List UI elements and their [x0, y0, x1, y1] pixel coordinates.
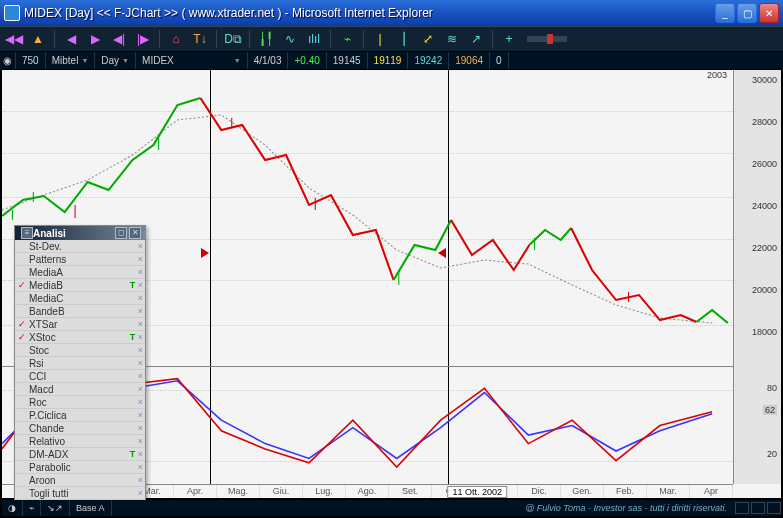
status-icon2[interactable]: ⌁ — [23, 500, 41, 516]
analisi-item[interactable]: Chande × — [15, 422, 145, 435]
month-label: Feb. — [604, 485, 647, 498]
x-icon: × — [138, 293, 143, 303]
analisi-item[interactable]: St-Dev. × — [15, 240, 145, 253]
status-box2[interactable] — [751, 502, 765, 514]
date-field: 4/1/03 — [248, 52, 289, 69]
analisi-menu-icon[interactable]: ≡ — [21, 227, 33, 239]
nav-up-icon[interactable]: ▲ — [28, 29, 48, 49]
analisi-item-label: MediaA — [27, 267, 123, 278]
analisi-item[interactable]: Relativo × — [15, 435, 145, 448]
analisi-item[interactable]: CCI × — [15, 370, 145, 383]
x-icon: × — [138, 488, 143, 498]
tool-2-icon[interactable]: ⎮ — [394, 29, 414, 49]
window-titlebar: MIDEX [Day] << F-JChart >> ( www.xtrader… — [0, 0, 783, 26]
val2-field: 19242 — [408, 52, 449, 69]
market-select[interactable]: Mibtel▼ — [46, 52, 96, 69]
home-icon[interactable]: ⌂ — [166, 29, 186, 49]
nav-fwd-icon[interactable]: |▶ — [133, 29, 153, 49]
tool-t-icon[interactable]: T↓ — [190, 29, 210, 49]
analisi-item[interactable]: MediaA × — [15, 266, 145, 279]
timeframe-select[interactable]: Day▼ — [95, 52, 136, 69]
t-icon: T — [130, 280, 136, 290]
zoom-slider[interactable] — [527, 36, 567, 42]
nav-first-icon[interactable]: ◀◀ — [4, 29, 24, 49]
tool-3-icon[interactable]: ⤢ — [418, 29, 438, 49]
credit-text: @ Fulvio Toma - Investor sas - tutti i d… — [525, 503, 733, 513]
month-label: Lug. — [303, 485, 346, 498]
window-maximize-button[interactable]: ▢ — [737, 3, 757, 23]
analisi-item[interactable]: Stoc × — [15, 344, 145, 357]
status-icon1[interactable]: ◑ — [2, 500, 23, 516]
analisi-item-label: Aroon — [27, 475, 123, 486]
tool-d-icon[interactable]: D⧉ — [223, 29, 243, 49]
nav-prev-icon[interactable]: ◀ — [61, 29, 81, 49]
analisi-titlebar[interactable]: ≡ Analisi ◻ ✕ — [15, 226, 145, 240]
analisi-item-label: Chande — [27, 423, 123, 434]
symbol-select[interactable]: MIDEX▼ — [136, 52, 248, 69]
analisi-item-label: Macd — [27, 384, 123, 395]
month-label: Mar. — [647, 485, 690, 498]
tool-1-icon[interactable]: | — [370, 29, 390, 49]
status-icon3[interactable]: ↘↗ — [41, 500, 70, 516]
analisi-item[interactable]: DM-ADXT × — [15, 448, 145, 461]
analisi-item-label: CCI — [27, 371, 123, 382]
analisi-item-label: St-Dev. — [27, 241, 123, 252]
window-minimize-button[interactable]: _ — [715, 3, 735, 23]
val3-field: 19064 — [449, 52, 490, 69]
x-icon: × — [138, 371, 143, 381]
x-icon: × — [138, 397, 143, 407]
analisi-close-icon[interactable]: ✕ — [129, 227, 141, 239]
analisi-item[interactable]: Togli tutti × — [15, 487, 145, 500]
month-label: Set. — [389, 485, 432, 498]
analisi-item-label: DM-ADX — [27, 449, 123, 460]
analisi-item-label: Roc — [27, 397, 123, 408]
month-label: Dic. — [518, 485, 561, 498]
analisi-item-label: MediaC — [27, 293, 123, 304]
indicator-icon[interactable]: ⌁ — [337, 29, 357, 49]
check-icon: ✓ — [17, 280, 27, 290]
line-icon[interactable]: ∿ — [280, 29, 300, 49]
change-field: +0.40 — [288, 52, 326, 69]
bar-icon[interactable]: ılıl — [304, 29, 324, 49]
x-icon: × — [138, 384, 143, 394]
zoom-value: 750 — [16, 52, 46, 69]
app-icon — [4, 5, 20, 21]
analisi-item[interactable]: Patterns × — [15, 253, 145, 266]
tool-4-icon[interactable]: ≋ — [442, 29, 462, 49]
analisi-item-label: XTSar — [27, 319, 123, 330]
analisi-item[interactable]: Roc × — [15, 396, 145, 409]
window-close-button[interactable]: ✕ — [759, 3, 779, 23]
analisi-item-label: Stoc — [27, 345, 123, 356]
analisi-item[interactable]: Parabolic × — [15, 461, 145, 474]
analisi-panel[interactable]: ≡ Analisi ◻ ✕ St-Dev. ×Patterns ×MediaA … — [14, 225, 146, 501]
analisi-item[interactable]: P.Ciclica × — [15, 409, 145, 422]
analisi-item[interactable]: ✓MediaBT × — [15, 279, 145, 292]
candles-icon[interactable]: ╽╿ — [256, 29, 276, 49]
analisi-item[interactable]: Aroon × — [15, 474, 145, 487]
analisi-settings-icon[interactable]: ◻ — [115, 227, 127, 239]
info-bar: ◉ 750 Mibtel▼ Day▼ MIDEX▼ 4/1/03 +0.40 1… — [0, 52, 783, 70]
x-icon: × — [138, 254, 143, 264]
month-label: Apr. — [174, 485, 217, 498]
x-icon: × — [138, 449, 143, 459]
mode-label[interactable]: Base A — [70, 500, 112, 516]
analisi-item[interactable]: ✓XTSar × — [15, 318, 145, 331]
analisi-item[interactable]: MediaC × — [15, 292, 145, 305]
analisi-item-label: MediaB — [27, 280, 123, 291]
analisi-item[interactable]: Rsi × — [15, 357, 145, 370]
x-icon: × — [138, 319, 143, 329]
nav-next-icon[interactable]: ▶ — [85, 29, 105, 49]
globe-icon[interactable]: ◉ — [0, 52, 16, 69]
tool-5-icon[interactable]: ↗ — [466, 29, 486, 49]
check-icon: ✓ — [17, 332, 27, 342]
analisi-item[interactable]: Macd × — [15, 383, 145, 396]
analisi-item[interactable]: ✓XStocT × — [15, 331, 145, 344]
nav-back-icon[interactable]: ◀| — [109, 29, 129, 49]
status-box1[interactable] — [735, 502, 749, 514]
status-bar: ◑ ⌁ ↘↗ Base A @ Fulvio Toma - Investor s… — [2, 500, 781, 516]
x-icon: × — [138, 241, 143, 251]
analisi-item[interactable]: BandeB × — [15, 305, 145, 318]
analisi-item-label: Togli tutti — [27, 488, 123, 499]
status-box3[interactable] — [767, 502, 781, 514]
plus-icon[interactable]: + — [499, 29, 519, 49]
